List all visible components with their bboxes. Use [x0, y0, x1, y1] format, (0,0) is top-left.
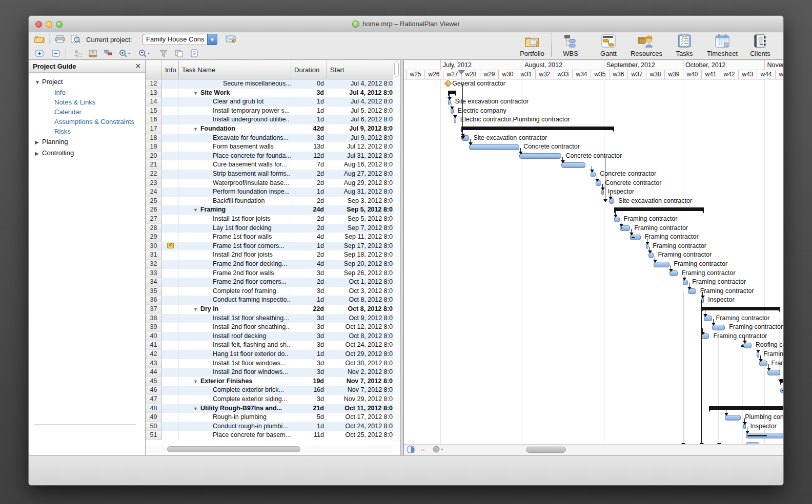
- milestone-diamond[interactable]: [444, 80, 452, 87]
- open-project-icon[interactable]: [33, 33, 46, 46]
- gantt-horizontal-scroll-thumb[interactable]: [526, 447, 566, 453]
- nav-portfolio-button[interactable]: Portfolio: [513, 32, 551, 60]
- tree-link-info[interactable]: Info: [54, 88, 145, 97]
- table-row[interactable]: 39Install 2nd floor sheathing..3dOct 12,…: [146, 323, 393, 332]
- nav-wbs-button[interactable]: WBS: [552, 32, 590, 60]
- notes-icon[interactable]: [188, 48, 201, 60]
- table-row[interactable]: 31Install 2nd floor joists2dSep 18, 2012…: [146, 250, 393, 260]
- info-column-header[interactable]: Info: [162, 60, 179, 79]
- collapse-icon[interactable]: ▼: [193, 406, 198, 411]
- zoom-in-icon[interactable]: [118, 48, 131, 60]
- task-name-cell[interactable]: Install 1st floor joists: [179, 215, 291, 224]
- task-name-cell[interactable]: Place concrete for founda...: [179, 152, 291, 161]
- table-row[interactable]: 26▼Framing24dSep 5, 2012 8:0: [146, 205, 393, 215]
- table-row[interactable]: 22Strip basement wall forms..2dAug 27, 2…: [146, 170, 393, 179]
- table-row[interactable]: 48▼Utility Rough-B97Ins and...21dOct 11,…: [146, 404, 393, 413]
- task-name-cell[interactable]: Form basement walls: [179, 142, 291, 152]
- task-name-cell[interactable]: ▼Dry In: [179, 305, 291, 314]
- task-resource-icon[interactable]: [86, 48, 99, 60]
- table-row[interactable]: 21Cure basement walls for...7dAug 16, 20…: [146, 160, 393, 170]
- table-row[interactable]: 32Frame 2nd floor decking...4dSep 20, 20…: [146, 260, 393, 269]
- task-name-cell[interactable]: Hang 1st floor exterior do..: [179, 350, 291, 359]
- tree-node-controlling[interactable]: ▶Controlling: [35, 148, 145, 158]
- expand-all-icon[interactable]: [33, 48, 46, 60]
- chevron-right-icon[interactable]: ▶: [35, 137, 42, 147]
- table-row[interactable]: 30Frame 1st floor corners...1dSep 17, 20…: [146, 242, 393, 251]
- calendar-scale-icon[interactable]: [407, 446, 415, 455]
- task-name-cell[interactable]: Install 1st floor sheathing...: [179, 314, 291, 323]
- tree-node-project[interactable]: ▼Project: [35, 77, 145, 87]
- task-bar[interactable]: [746, 433, 783, 438]
- link-tasks-icon[interactable]: [102, 48, 115, 60]
- print-icon[interactable]: [53, 33, 67, 46]
- task-name-cell[interactable]: Conduct rough-in plumbi...: [179, 422, 291, 431]
- table-vertical-scroll-thumb[interactable]: [394, 61, 399, 77]
- panel-splitter[interactable]: [400, 60, 404, 455]
- table-row[interactable]: 13▼Site Work3dJul 4, 2012 8:0: [146, 89, 393, 98]
- table-row[interactable]: 40Install roof decking3dOct 8, 2012 8:0: [146, 332, 393, 341]
- table-row[interactable]: 38Install 1st floor sheathing...3dOct 9,…: [146, 314, 393, 323]
- task-name-cell[interactable]: Conduct framing inspectio..: [179, 296, 291, 305]
- summary-bar[interactable]: [461, 127, 614, 130]
- task-name-cell[interactable]: Frame 2nd floor walls: [179, 269, 291, 278]
- task-bar[interactable]: [519, 153, 561, 159]
- table-row[interactable]: 29Frame 1st floor walls4dSep 11, 2012 8:…: [146, 233, 393, 242]
- task-name-cell[interactable]: Complete exterior brick...: [179, 386, 291, 395]
- task-name-cell[interactable]: Install underground utilitie..: [179, 115, 291, 124]
- task-name-cell[interactable]: Lay 1st floor decking: [179, 224, 291, 233]
- collapse-icon[interactable]: ▼: [193, 91, 198, 96]
- table-row[interactable]: 24Perform foundation inspe...1dAug 31, 2…: [146, 187, 393, 197]
- table-row[interactable]: 12Secure miscellaneous...0dJul 4, 2012 8…: [146, 79, 393, 89]
- task-name-cell[interactable]: Install felt, flashing and sh..: [179, 341, 291, 350]
- task-name-cell[interactable]: Place concrete for basem...: [179, 431, 291, 440]
- task-name-cell[interactable]: Cure basement walls for...: [179, 160, 291, 170]
- task-name-cell[interactable]: ▼Site Work: [179, 89, 291, 98]
- table-row[interactable]: 37▼Dry In22dOct 8, 2012 8:0: [146, 305, 393, 314]
- start-column-header[interactable]: Start: [327, 60, 393, 79]
- task-name-cell[interactable]: ▼Foundation: [179, 124, 291, 134]
- options-icon[interactable]: [433, 446, 444, 455]
- table-row[interactable]: 23Waterproof/insulate base...2dAug 29, 2…: [146, 179, 393, 188]
- task-name-cell[interactable]: Clear and grub lot: [179, 97, 291, 107]
- table-row[interactable]: 42Hang 1st floor exterior do..1dOct 29, …: [146, 350, 393, 359]
- summary-bar[interactable]: [709, 406, 783, 410]
- task-name-cell[interactable]: Install temporary power s...: [179, 107, 291, 116]
- tree-link-notes-links[interactable]: Notes & Links: [54, 98, 145, 107]
- task-name-cell[interactable]: Complete roof framing: [179, 287, 291, 296]
- task-name-cell[interactable]: Frame 1st floor corners...: [179, 242, 291, 251]
- summary-bar[interactable]: [614, 207, 704, 211]
- task-bar[interactable]: [780, 388, 783, 393]
- nav-resources-button[interactable]: Resources: [627, 32, 665, 60]
- table-row[interactable]: 41Install felt, flashing and sh..3dOct 2…: [146, 341, 393, 350]
- task-name-cell[interactable]: Install 1st floor windows...: [179, 359, 291, 368]
- zoom-out-icon[interactable]: [137, 48, 151, 60]
- table-horizontal-scrollbar[interactable]: [146, 446, 393, 453]
- duration-column-header[interactable]: Duration: [291, 60, 327, 79]
- nav-clients-button[interactable]: Clients: [741, 32, 779, 60]
- table-vertical-scrollbar[interactable]: [393, 60, 400, 442]
- task-name-cell[interactable]: Install 2nd floor sheathing..: [179, 323, 291, 332]
- table-row[interactable]: 17▼Foundation42dJul 9, 2012 8:0: [146, 124, 393, 134]
- collapse-all-icon[interactable]: [49, 48, 63, 60]
- table-row[interactable]: 44Install 2nd floor windows...3dNov 2, 2…: [146, 368, 393, 377]
- task-name-cell[interactable]: Install 2nd floor windows...: [179, 368, 291, 377]
- table-row[interactable]: 19Form basement walls13dJul 12, 2012 8:0: [146, 142, 393, 152]
- tree-link-risks[interactable]: Risks: [54, 127, 145, 136]
- fit-width-icon[interactable]: ⇔: [419, 446, 426, 453]
- task-name-cell[interactable]: ▼Framing: [179, 205, 291, 215]
- table-row[interactable]: 47Complete exterior siding...3dNov 29, 2…: [146, 395, 393, 404]
- collapse-icon[interactable]: ▼: [193, 379, 198, 384]
- table-row[interactable]: 45▼Exterior Finishes19dNov 7, 2012 8:0: [146, 377, 393, 386]
- table-horizontal-scroll-thumb[interactable]: [167, 446, 300, 452]
- table-row[interactable]: 50Conduct rough-in plumbi...1dOct 24, 20…: [146, 422, 393, 431]
- project-selector[interactable]: Family House Cons: [143, 34, 215, 45]
- collapse-icon[interactable]: ▼: [193, 207, 198, 213]
- copy-view-icon[interactable]: [172, 48, 186, 60]
- tree-node-planning[interactable]: ▶Planning: [35, 137, 145, 147]
- print-preview-icon[interactable]: [69, 33, 82, 46]
- table-row[interactable]: 15Install temporary power s...1dJul 5, 2…: [146, 107, 393, 116]
- task-bar[interactable]: [469, 144, 519, 150]
- task-name-cell[interactable]: Waterproof/insulate base...: [179, 179, 291, 188]
- note-check-icon[interactable]: [167, 243, 174, 248]
- table-row[interactable]: 16Install underground utilitie..1dJul 6,…: [146, 115, 393, 124]
